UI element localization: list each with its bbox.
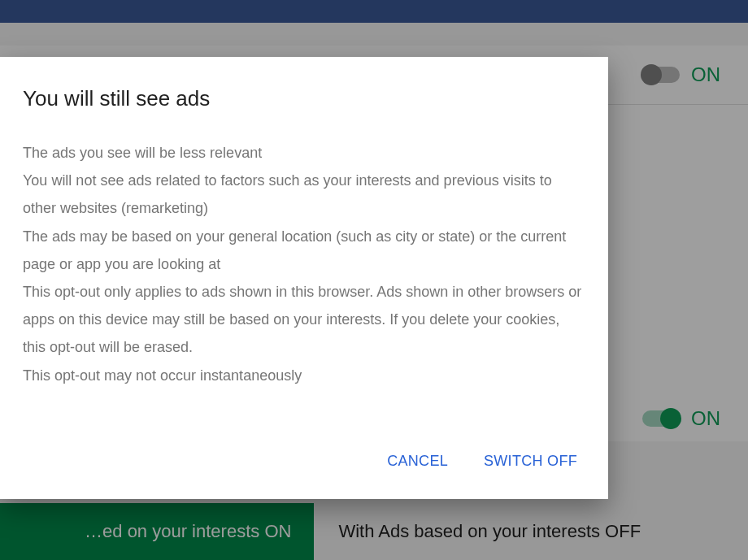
opt-out-confirmation-dialog: You will still see ads The ads you see w… — [0, 57, 608, 499]
toggle-switch-icon[interactable] — [642, 67, 680, 83]
dialog-paragraph: You will not see ads related to factors … — [23, 167, 585, 222]
toggle-label: ON — [691, 407, 720, 430]
dialog-paragraph: The ads may be based on your general loc… — [23, 223, 585, 278]
cancel-button[interactable]: CANCEL — [379, 446, 456, 476]
dialog-paragraph: This opt-out may not occur instantaneous… — [23, 362, 585, 389]
toggle-label: ON — [691, 63, 720, 86]
dialog-actions: CANCEL SWITCH OFF — [23, 446, 585, 483]
comparison-footer: …ed on your interests ON With Ads based … — [0, 503, 748, 560]
footer-off-tab[interactable]: With Ads based on your interests OFF — [314, 503, 748, 560]
dialog-paragraph: The ads you see will be less relevant — [23, 139, 585, 167]
header-bar — [0, 0, 748, 23]
switch-off-button[interactable]: SWITCH OFF — [476, 446, 585, 476]
dialog-body: The ads you see will be less relevant Yo… — [23, 139, 585, 389]
dialog-title: You will still see ads — [23, 86, 585, 111]
toggle-switch-icon[interactable] — [642, 410, 680, 427]
footer-on-tab[interactable]: …ed on your interests ON — [0, 503, 314, 560]
dialog-paragraph: This opt-out only applies to ads shown i… — [23, 278, 585, 362]
